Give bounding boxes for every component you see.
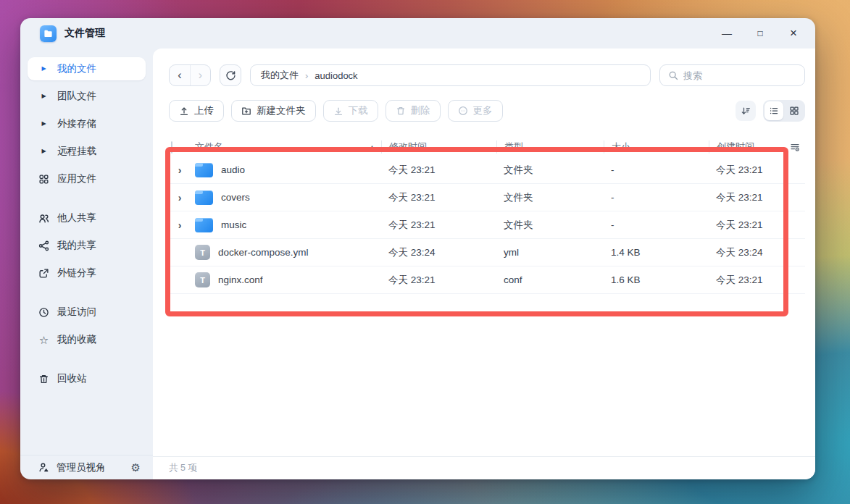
table-row[interactable]: T docker-compose.yml 今天 23:24 yml 1.4 KB… <box>169 239 805 266</box>
new-folder-button[interactable]: 新建文件夹 <box>231 100 316 122</box>
view-tools <box>736 100 805 122</box>
sidebar-item-label: 团队文件 <box>57 90 96 103</box>
file-name[interactable]: docker-compose.yml <box>218 247 309 258</box>
sort-ascending-icon: ▲ <box>369 143 375 151</box>
back-button[interactable]: ‹ <box>170 65 190 85</box>
delete-label: 删除 <box>411 104 430 117</box>
clock-icon <box>38 307 50 318</box>
sidebar-item-recycle-bin[interactable]: 回收站 <box>28 367 146 390</box>
cell-created: 今天 23:24 <box>709 246 785 259</box>
sidebar-group-divider <box>28 195 146 206</box>
minimize-button[interactable]: — <box>718 25 736 42</box>
file-name[interactable]: audio <box>221 164 245 175</box>
history-nav-group: ‹ › <box>169 64 211 86</box>
expand-chevron-icon[interactable]: › <box>169 219 191 231</box>
cell-modified: 今天 23:21 <box>381 274 496 287</box>
list-view-icon <box>769 106 779 116</box>
table-row[interactable]: › music 今天 23:21 文件夹 - 今天 23:21 <box>169 211 805 239</box>
cell-type: conf <box>496 274 604 285</box>
cell-modified: 今天 23:21 <box>381 219 496 232</box>
sidebar-item-team-files[interactable]: ▶ 团队文件 <box>28 85 146 108</box>
close-button[interactable]: × <box>785 25 802 42</box>
folder-icon <box>195 218 213 232</box>
cell-size: 1.4 KB <box>604 247 709 258</box>
column-header-size[interactable]: 大小 <box>604 140 709 154</box>
more-label: 更多 <box>473 104 493 117</box>
sidebar-item-label: 应用文件 <box>57 172 96 185</box>
new-folder-label: 新建文件夹 <box>257 104 306 117</box>
more-icon <box>458 106 468 116</box>
column-header-modified[interactable]: 修改时间 <box>381 140 496 154</box>
column-header-name[interactable]: 文件名 <box>195 140 223 154</box>
select-all-checkbox[interactable] <box>171 141 172 154</box>
sidebar-item-favorites[interactable]: ☆ 我的收藏 <box>28 328 146 351</box>
column-header-created[interactable]: 创建时间 <box>709 140 785 154</box>
admin-view-label[interactable]: 管理员视角 <box>57 461 106 474</box>
trash-icon <box>396 106 406 116</box>
cell-size: - <box>604 192 709 203</box>
maximize-button[interactable]: □ <box>751 25 769 42</box>
sidebar-item-shared-by-others[interactable]: 他人共享 <box>28 206 146 230</box>
text-file-icon: T <box>195 272 210 287</box>
table-row[interactable]: › covers 今天 23:21 文件夹 - 今天 23:21 <box>169 184 805 211</box>
table-header: 文件名 ▲ 修改时间 类型 大小 创建时间 <box>169 138 805 156</box>
column-settings-icon[interactable] <box>785 142 805 152</box>
sidebar-item-external-storage[interactable]: ▶ 外接存储 <box>28 112 146 135</box>
sort-button[interactable] <box>736 101 756 121</box>
sidebar-group-divider <box>28 289 146 301</box>
cell-type: 文件夹 <box>496 219 604 232</box>
sidebar: ▶ 我的文件 ▶ 团队文件 ▶ 外接存储 ▶ 远程挂载 应用文件 <box>20 49 153 479</box>
status-bar: 共 5 项 <box>153 456 815 479</box>
triangle-right-icon: ▶ <box>38 93 50 99</box>
breadcrumb-root[interactable]: 我的文件 <box>261 69 299 82</box>
cell-type: 文件夹 <box>496 164 604 177</box>
download-button[interactable]: 下载 <box>323 100 378 122</box>
navigation-toolbar: ‹ › 我的文件 › audiodock <box>169 64 805 86</box>
sidebar-item-my-shares[interactable]: 我的共享 <box>28 234 146 257</box>
forward-button[interactable]: › <box>190 65 210 85</box>
star-icon: ☆ <box>38 335 50 345</box>
upload-button[interactable]: 上传 <box>169 100 224 122</box>
grid-view-button[interactable] <box>785 101 804 120</box>
window-controls: — □ × <box>718 25 802 42</box>
breadcrumb-current[interactable]: audiodock <box>314 70 357 81</box>
sidebar-item-label: 最近访问 <box>57 306 96 319</box>
expand-chevron-icon[interactable]: › <box>169 192 191 203</box>
breadcrumb: 我的文件 › audiodock <box>250 64 651 86</box>
sidebar-item-external-link-share[interactable]: 外链分享 <box>28 261 146 285</box>
sidebar-item-my-files[interactable]: ▶ 我的文件 <box>28 57 146 80</box>
gear-icon[interactable]: ⚙ <box>131 461 141 474</box>
title-bar: 文件管理 — □ × <box>20 18 815 49</box>
search-icon <box>668 70 678 80</box>
item-count: 共 5 项 <box>169 462 197 474</box>
file-name[interactable]: covers <box>221 192 250 203</box>
sidebar-item-app-files[interactable]: 应用文件 <box>28 167 146 190</box>
delete-button[interactable]: 删除 <box>386 100 441 122</box>
file-name[interactable]: music <box>221 219 246 230</box>
action-toolbar: 上传 新建文件夹 下载 删除 <box>169 100 805 122</box>
cell-type: 文件夹 <box>496 191 604 204</box>
download-icon <box>333 106 343 116</box>
expand-chevron-icon[interactable]: › <box>169 164 191 176</box>
sidebar-item-label: 外接存储 <box>57 117 96 130</box>
refresh-button[interactable] <box>220 64 241 86</box>
search-input[interactable] <box>683 70 796 81</box>
people-icon <box>38 213 50 224</box>
cell-modified: 今天 23:21 <box>381 164 496 177</box>
sidebar-item-remote-mount[interactable]: ▶ 远程挂载 <box>28 140 146 163</box>
table-row[interactable]: T nginx.conf 今天 23:21 conf 1.6 KB 今天 23:… <box>169 266 805 294</box>
file-name[interactable]: nginx.conf <box>218 274 263 285</box>
sidebar-item-label: 我的收藏 <box>57 333 96 346</box>
folder-icon <box>195 163 213 177</box>
sidebar-item-recent[interactable]: 最近访问 <box>28 301 146 324</box>
sidebar-item-label: 我的文件 <box>57 62 96 75</box>
list-view-button[interactable] <box>764 101 783 120</box>
more-button[interactable]: 更多 <box>448 100 503 122</box>
admin-person-icon <box>38 462 50 473</box>
table-row[interactable]: › audio 今天 23:21 文件夹 - 今天 23:21 <box>169 156 805 184</box>
column-header-type[interactable]: 类型 <box>496 140 604 154</box>
window-title: 文件管理 <box>64 27 105 40</box>
cell-size: - <box>604 164 709 175</box>
search-box <box>659 64 805 86</box>
external-share-icon <box>38 268 50 279</box>
